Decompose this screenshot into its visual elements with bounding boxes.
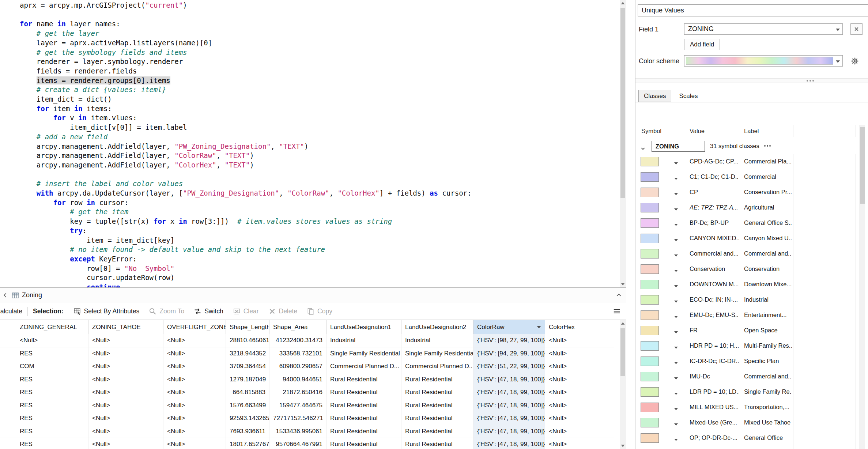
symbol-group-row[interactable]: ZONING 31 symbol classes [635, 139, 868, 154]
symbol-class-row[interactable]: ConservationConservation [635, 261, 868, 277]
class-value[interactable]: Conservation [690, 265, 739, 272]
class-value[interactable]: DOWNTOWN M... [690, 281, 739, 288]
cell-LandUseDesignation2[interactable]: Rural Residential [401, 425, 473, 438]
cell-ZONING_GENERAL[interactable]: RES [0, 347, 88, 361]
cell-OVERFLIGHT_ZONE[interactable]: <Null> [163, 399, 226, 412]
code-line[interactable]: arcpy.management.AddField(layer, "ColorR… [20, 151, 619, 161]
cell-ZONING_GENERAL[interactable]: RES [0, 412, 88, 425]
cell-Shape_Area[interactable]: 94000.944651 [269, 373, 327, 386]
add-field-button[interactable]: Add field [684, 39, 720, 50]
code-line[interactable]: key = tuple([str(x) for x in row[3:]]) #… [20, 217, 619, 226]
table-row[interactable]: RES<Null><Null>92593.14326572717152.5462… [0, 412, 614, 425]
swatch-dropdown-icon[interactable] [674, 220, 678, 228]
symbol-class-row[interactable]: CANYON MIXED...Canyon Mixed U... [635, 231, 868, 246]
swatch-dropdown-icon[interactable] [674, 174, 678, 182]
symbol-class-row[interactable]: IC-DR-Dc; IC-DR...Specific Plan [635, 354, 868, 369]
class-label[interactable]: Conservation Pr... [744, 189, 792, 196]
cell-ZONING_GENERAL[interactable]: RES [0, 399, 88, 412]
code-line[interactable]: for name in layer_names: [20, 19, 619, 29]
cell-Shape_Length[interactable]: 3218.944352 [226, 347, 269, 361]
symbol-swatch[interactable] [641, 218, 659, 228]
cell-LandUseDesignation1[interactable]: Rural Residential [327, 399, 401, 412]
tab-classes[interactable]: Classes [638, 90, 671, 102]
cell-Shape_Area[interactable]: 41232400.31473 [269, 334, 327, 347]
symbol-class-row[interactable]: IMU-DcCommercial and... [635, 369, 868, 384]
class-label[interactable]: Commercial [744, 173, 792, 180]
cell-Shape_Area[interactable]: 72717152.546271 [269, 412, 327, 425]
scrollbar-thumb[interactable] [620, 328, 625, 376]
tab-scales[interactable]: Scales [674, 90, 703, 102]
swatch-dropdown-icon[interactable] [674, 374, 678, 381]
cell-Shape_Area[interactable]: 21872.650416 [269, 386, 327, 399]
cell-Shape_Length[interactable]: 92593.143265 [226, 412, 269, 425]
table-tab-title[interactable]: Zoning [22, 291, 42, 299]
cell-LandUseDesignation1[interactable]: Rural Residential [327, 438, 401, 449]
swatch-dropdown-icon[interactable] [674, 435, 678, 443]
code-line[interactable]: renderer = layer.symbology.renderer [20, 57, 619, 67]
class-value[interactable]: IC-DR-Dc; IC-DR... [690, 358, 739, 365]
cell-OVERFLIGHT_ZONE[interactable]: <Null> [163, 386, 226, 399]
table-row[interactable]: <Null><Null><Null>28810.46506141232400.3… [0, 334, 614, 347]
swatch-dropdown-icon[interactable] [674, 266, 678, 274]
cell-ZONING_GENERAL[interactable]: RES [0, 373, 88, 386]
expand-panel-button[interactable] [614, 290, 624, 301]
column-header-OVERFLIGHT_ZONE[interactable]: OVERFLIGHT_ZONE [163, 320, 226, 334]
table-row[interactable]: RES<Null><Null>1576.663499159477.464675R… [0, 399, 614, 412]
cell-ZONING_TAHOE[interactable]: <Null> [88, 438, 163, 449]
symbol-class-row[interactable]: LDR PD = 10; LD...Single Family Re... [635, 384, 868, 400]
symbol-class-row[interactable]: Commercial and...Commercial and... [635, 246, 868, 261]
code-line[interactable]: # get the layer [20, 29, 619, 38]
cell-ColorHex[interactable]: <Null> [545, 347, 614, 361]
symbol-class-row[interactable]: ECO-Dc; IN; IN-...Industrial [635, 292, 868, 307]
cell-OVERFLIGHT_ZONE[interactable]: <Null> [163, 373, 226, 386]
code-line[interactable]: continue [20, 283, 619, 287]
cell-OVERFLIGHT_ZONE[interactable]: <Null> [163, 425, 226, 438]
cell-ZONING_GENERAL[interactable]: RES [0, 438, 88, 449]
classes-scrollbar[interactable] [859, 125, 865, 449]
class-label[interactable]: Entertainment... [744, 312, 792, 318]
color-scheme-dropdown[interactable] [684, 55, 843, 67]
cell-ColorHex[interactable]: <Null> [545, 399, 614, 412]
symbol-class-row[interactable]: BP-Dc; BP-UPGeneral Office S... [635, 215, 868, 231]
group-field-name[interactable]: ZONING [652, 141, 705, 152]
symbol-class-row[interactable]: DOWNTOWN M...Downtown Mixe... [635, 277, 868, 292]
cell-ColorRaw[interactable]: {'HSV': [47, 18, 99, 100]} [473, 425, 545, 438]
class-label[interactable]: Canyon Mixed U... [744, 235, 792, 242]
swatch-dropdown-icon[interactable] [674, 251, 678, 259]
symbol-swatch[interactable] [641, 264, 659, 274]
cell-LandUseDesignation2[interactable]: Rural Residential [401, 386, 473, 399]
symbol-class-row[interactable]: CPConservation Pr... [635, 185, 868, 200]
symbol-swatch[interactable] [641, 387, 659, 397]
cell-ColorHex[interactable]: <Null> [545, 425, 614, 438]
scrollbar-thumb[interactable] [620, 8, 625, 198]
cell-OVERFLIGHT_ZONE[interactable]: <Null> [163, 412, 226, 425]
symbol-class-row[interactable]: FROpen Space [635, 323, 868, 338]
cell-ColorHex[interactable]: <Null> [545, 386, 614, 399]
symbol-swatch[interactable] [641, 295, 659, 305]
switch-selection-button[interactable]: Switch [194, 307, 223, 315]
class-label[interactable]: Commercial and... [744, 373, 792, 380]
remove-field-button[interactable] [850, 23, 863, 35]
swatch-dropdown-icon[interactable] [674, 297, 678, 305]
python-code-editor[interactable]: aprx = arcpy.mp.ArcGISProject("current")… [0, 0, 626, 287]
cell-ZONING_TAHOE[interactable]: <Null> [88, 399, 163, 412]
column-header-ColorHex[interactable]: ColorHex [545, 320, 614, 334]
swatch-dropdown-icon[interactable] [674, 312, 678, 320]
class-value[interactable]: IMU-Dc [690, 373, 739, 380]
symbol-swatch[interactable] [641, 249, 659, 259]
swatch-dropdown-icon[interactable] [674, 358, 678, 366]
cell-Shape_Area[interactable]: 9570664.467991 [269, 438, 327, 449]
code-line[interactable]: arcpy.management.AddField(layer, "ColorH… [20, 161, 619, 170]
cell-ColorHex[interactable]: <Null> [545, 412, 614, 425]
cell-Shape_Length[interactable]: 7693.936611 [226, 425, 269, 438]
code-lines[interactable]: aprx = arcpy.mp.ArcGISProject("current")… [0, 1, 619, 287]
class-value[interactable]: BP-Dc; BP-UP [690, 219, 739, 226]
scroll-down-icon[interactable] [620, 281, 626, 287]
code-line[interactable]: with arcpy.da.UpdateCursor(layer, ["PW_Z… [20, 189, 619, 198]
cell-ZONING_GENERAL[interactable]: COM [0, 360, 88, 373]
symbol-class-row[interactable]: OP; OP-DR-Dc-...General Office [635, 430, 868, 446]
table-row[interactable]: RES<Null><Null>1279.18704994000.944651Ru… [0, 373, 614, 386]
swatch-dropdown-icon[interactable] [674, 235, 678, 243]
cell-LandUseDesignation2[interactable]: Rural Residential [401, 412, 473, 425]
cell-ZONING_GENERAL[interactable]: RES [0, 386, 88, 399]
